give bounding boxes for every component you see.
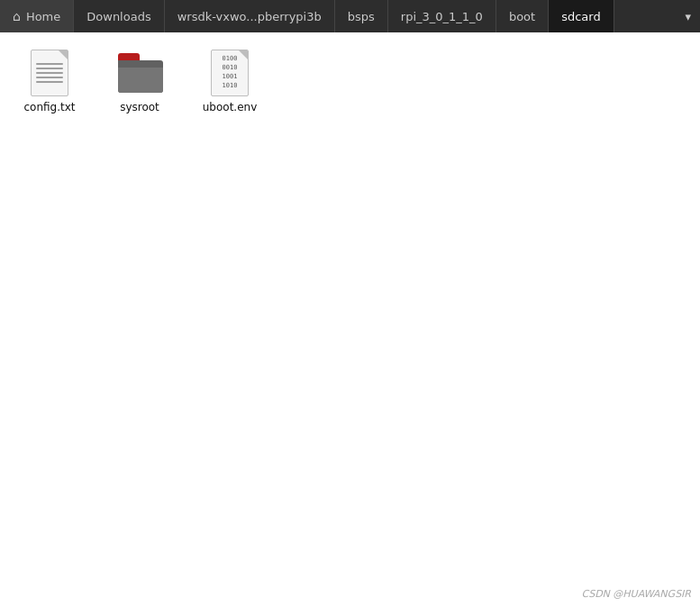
dropdown-arrow-icon: ▾	[685, 10, 691, 23]
tab-rpi-label: rpi_3_0_1_1_0	[401, 10, 483, 23]
file-name-uboot-env: uboot.env	[203, 101, 258, 115]
folder-open-icon	[118, 53, 161, 93]
file-name-sysroot: sysroot	[120, 101, 159, 115]
home-icon: ⌂	[13, 9, 21, 23]
tab-boot[interactable]: boot	[496, 0, 549, 32]
txt-line-1	[36, 63, 63, 65]
tab-sdcard[interactable]: sdcard	[549, 0, 614, 32]
file-icon-uboot-env: 0100001010011010	[208, 49, 251, 97]
tab-bsps[interactable]: bsps	[335, 0, 388, 32]
folder-front	[118, 68, 163, 93]
tab-home[interactable]: ⌂ Home	[0, 0, 74, 32]
tab-wrsdk[interactable]: wrsdk-vxwo...pberrypi3b	[165, 0, 335, 32]
tab-bar: ⌂ Home Downloads wrsdk-vxwo...pberrypi3b…	[0, 0, 700, 32]
tab-sdcard-label: sdcard	[561, 10, 601, 23]
file-item-uboot-env[interactable]: 0100001010011010 uboot.env	[189, 41, 270, 121]
tab-boot-label: boot	[509, 10, 535, 23]
text-file-icon	[31, 50, 68, 96]
file-icon-config-txt	[28, 49, 71, 97]
tab-downloads[interactable]: Downloads	[74, 0, 164, 32]
txt-line-4	[36, 77, 63, 78]
file-item-sysroot[interactable]: sysroot	[99, 41, 180, 121]
tab-downloads-label: Downloads	[86, 10, 150, 23]
tab-rpi[interactable]: rpi_3_0_1_1_0	[388, 0, 496, 32]
tab-wrsdk-label: wrsdk-vxwo...pberrypi3b	[177, 10, 322, 23]
binary-content: 0100001010011010	[223, 55, 238, 90]
file-item-config-txt[interactable]: config.txt	[9, 41, 90, 121]
txt-line-3	[36, 72, 63, 74]
file-icon-sysroot	[118, 49, 161, 97]
file-name-config-txt: config.txt	[23, 101, 75, 115]
binary-file-icon: 0100001010011010	[211, 50, 249, 96]
file-area: config.txt sysroot 0100001010011010 uboo…	[0, 32, 700, 607]
txt-line-2	[36, 68, 63, 69]
txt-line-5	[36, 81, 63, 83]
tab-bsps-label: bsps	[348, 10, 375, 23]
tab-more-dropdown[interactable]: ▾	[676, 0, 700, 32]
tab-home-label: Home	[26, 10, 60, 23]
